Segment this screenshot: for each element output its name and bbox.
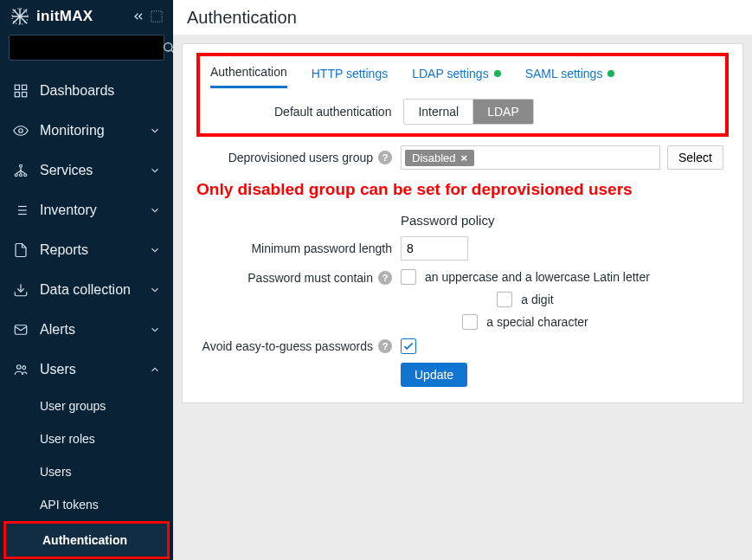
svg-rect-8 bbox=[15, 85, 19, 89]
chevron-up-icon bbox=[149, 364, 161, 376]
label-text: Password must contain bbox=[247, 271, 373, 285]
chip-disabled-group: Disabled × bbox=[405, 150, 474, 166]
sidebar-item-data-collection[interactable]: Data collection bbox=[0, 270, 173, 310]
check-label: a special character bbox=[486, 315, 588, 329]
sidebar-search[interactable] bbox=[9, 35, 164, 61]
check-label: an uppercase and a lowercase Latin lette… bbox=[425, 270, 650, 284]
check-special-char[interactable]: a special character bbox=[462, 314, 588, 330]
row-min-password-length: Minimum password length bbox=[196, 236, 729, 261]
sidebar-item-monitoring[interactable]: Monitoring bbox=[0, 111, 173, 151]
svg-point-14 bbox=[15, 174, 17, 177]
segment-label: Internal bbox=[418, 105, 459, 119]
status-dot-icon bbox=[607, 70, 614, 77]
sidebar-item-alerts[interactable]: Alerts bbox=[0, 310, 173, 350]
sidebar-sub-api-tokens[interactable]: API tokens bbox=[0, 488, 173, 521]
chevron-down-icon bbox=[149, 324, 161, 336]
default-auth-option-ldap[interactable]: LDAP bbox=[473, 100, 533, 124]
check-uppercase-lowercase[interactable]: an uppercase and a lowercase Latin lette… bbox=[401, 269, 650, 285]
help-icon[interactable]: ? bbox=[378, 271, 392, 285]
sidebar-sub-users[interactable]: Users bbox=[0, 455, 173, 488]
sidebar-item-reports[interactable]: Reports bbox=[0, 230, 173, 270]
tabs: Authentication HTTP settings LDAP settin… bbox=[205, 60, 720, 88]
deprovisioned-group-input[interactable]: Disabled × bbox=[401, 145, 660, 170]
checkbox[interactable] bbox=[401, 269, 416, 285]
checkbox[interactable] bbox=[462, 314, 478, 330]
tab-label: SAML settings bbox=[525, 67, 603, 80]
annotation-text: Only disabled group can be set for depro… bbox=[196, 180, 729, 199]
sidebar-search-wrap bbox=[0, 29, 173, 68]
checkbox[interactable] bbox=[497, 292, 512, 307]
mail-icon bbox=[12, 322, 29, 338]
sidebar-sub-user-roles[interactable]: User roles bbox=[0, 422, 173, 455]
tab-label: HTTP settings bbox=[312, 67, 388, 80]
sidebar-item-dashboards[interactable]: Dashboards bbox=[0, 71, 173, 111]
sidebar-sub-label: User groups bbox=[40, 399, 106, 413]
check-digit[interactable]: a digit bbox=[497, 292, 553, 307]
min-password-length-input[interactable] bbox=[401, 236, 468, 261]
sidebar-sub-user-groups[interactable]: User groups bbox=[0, 389, 173, 422]
users-submenu: User groups User roles Users API tokens … bbox=[0, 389, 173, 560]
page-title: Authentication bbox=[187, 8, 297, 28]
form: Deprovisioned users group ? Disabled × S… bbox=[196, 145, 729, 387]
sidebar-item-label: Inventory bbox=[40, 203, 97, 218]
sidebar: initMAX bbox=[0, 0, 173, 560]
svg-point-6 bbox=[164, 43, 172, 51]
sidebar-header: initMAX bbox=[0, 0, 173, 29]
sidebar-item-label: Reports bbox=[40, 242, 88, 258]
sidebar-item-users[interactable]: Users bbox=[0, 350, 173, 389]
default-auth-option-internal[interactable]: Internal bbox=[404, 100, 473, 124]
help-icon[interactable]: ? bbox=[378, 151, 392, 164]
tab-authentication[interactable]: Authentication bbox=[210, 65, 287, 88]
select-group-button[interactable]: Select bbox=[667, 145, 723, 170]
row-password-must-contain: Password must contain ? an uppercase and… bbox=[196, 269, 729, 330]
chip-remove-icon[interactable]: × bbox=[461, 151, 468, 164]
svg-point-12 bbox=[19, 129, 23, 133]
content-card: Authentication HTTP settings LDAP settin… bbox=[182, 43, 743, 403]
sidebar-nav: Dashboards Monitoring Services bbox=[0, 68, 173, 560]
sidebar-sub-label: User roles bbox=[40, 432, 95, 446]
svg-point-13 bbox=[20, 164, 22, 167]
row-deprovisioned-group: Deprovisioned users group ? Disabled × S… bbox=[196, 145, 729, 170]
checkbox-avoid-easy[interactable] bbox=[401, 338, 416, 354]
row-label: Deprovisioned users group ? bbox=[196, 151, 392, 164]
svg-point-16 bbox=[24, 174, 27, 177]
chip-label: Disabled bbox=[412, 151, 456, 164]
users-icon bbox=[12, 362, 29, 377]
sidebar-item-label: Alerts bbox=[40, 322, 75, 338]
default-auth-segmented: Internal LDAP bbox=[403, 99, 533, 125]
tab-saml-settings[interactable]: SAML settings bbox=[525, 67, 615, 87]
row-label: Minimum password length bbox=[196, 241, 392, 255]
annotation-box-active-subitem: Authentication bbox=[3, 521, 170, 559]
chevron-down-icon bbox=[149, 244, 161, 256]
tab-http-settings[interactable]: HTTP settings bbox=[312, 67, 388, 87]
password-policy-title: Password policy bbox=[401, 213, 494, 228]
svg-point-29 bbox=[22, 366, 26, 370]
svg-line-19 bbox=[21, 171, 25, 174]
svg-point-15 bbox=[20, 174, 22, 177]
dotted-square-icon bbox=[151, 10, 163, 23]
sidebar-sub-authentication[interactable]: Authentication bbox=[6, 524, 167, 557]
sidebar-item-inventory[interactable]: Inventory bbox=[0, 190, 173, 230]
sidebar-collapse-button[interactable] bbox=[132, 10, 163, 23]
search-input[interactable] bbox=[16, 42, 162, 55]
svg-rect-11 bbox=[22, 93, 27, 97]
sidebar-item-label: Monitoring bbox=[40, 123, 105, 138]
chevron-double-left-icon bbox=[132, 10, 145, 23]
tab-ldap-settings[interactable]: LDAP settings bbox=[412, 67, 500, 87]
label-text: Minimum password length bbox=[251, 241, 392, 255]
row-label: Password must contain ? bbox=[196, 269, 392, 285]
tab-label: Authentication bbox=[210, 65, 287, 79]
default-auth-label: Default authentication bbox=[274, 105, 391, 119]
button-label: Select bbox=[678, 151, 712, 164]
sidebar-sub-label: API tokens bbox=[40, 498, 99, 512]
update-button[interactable]: Update bbox=[401, 363, 467, 387]
row-submit: Update bbox=[196, 363, 729, 387]
file-icon bbox=[12, 242, 29, 258]
button-label: Update bbox=[415, 368, 453, 382]
help-icon[interactable]: ? bbox=[378, 339, 392, 353]
sidebar-item-services[interactable]: Services bbox=[0, 151, 173, 190]
annotation-box-tabs: Authentication HTTP settings LDAP settin… bbox=[196, 53, 729, 137]
main: Authentication Authentication HTTP setti… bbox=[173, 0, 752, 560]
row-field bbox=[401, 236, 468, 261]
download-icon bbox=[12, 282, 29, 298]
